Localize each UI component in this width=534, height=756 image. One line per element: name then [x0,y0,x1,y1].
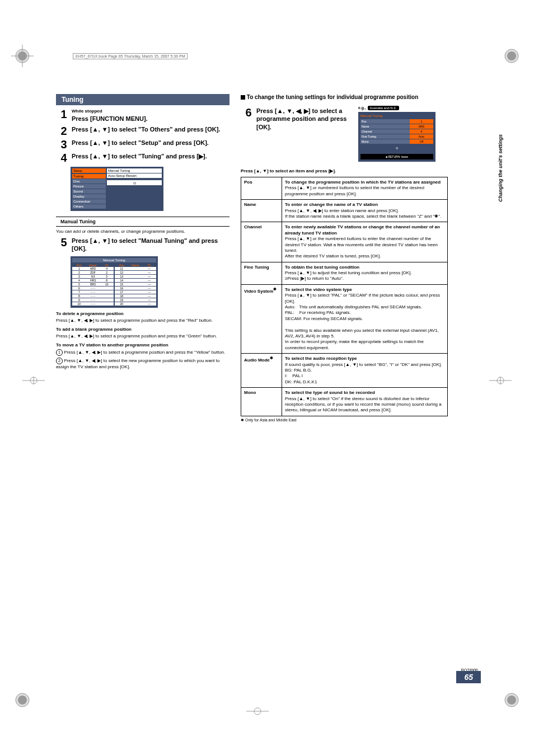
step-5: 5Press [▲, ▼] to select "Manual Tuning" … [56,237,229,253]
side-mark-left [22,375,45,386]
step-3-text: Press [▲, ▼] to select "Setup" and press… [72,139,229,147]
step-2-text: Press [▲, ▼] to select "To Others" and p… [72,125,229,133]
prog-box-title: Manual Tuning [360,114,433,118]
step-4: 4Press [▲, ▼] to select "Tuning" and pre… [56,152,229,163]
ok-icon: ◎ [107,180,162,185]
crop-mark-bl [11,689,34,711]
crop-mark-tl [11,45,34,67]
instr-del-body: Press [▲, ▼, ◀, ▶] to select a programme… [56,318,229,323]
manual-tuning-para: You can add or delete channels, or chang… [56,229,229,234]
step-1-small: While stopped [72,109,229,114]
side-mark-right [489,375,512,386]
mt-title: Manual Tuning [72,258,156,262]
crop-mark-tr [500,45,523,67]
region-badge: Australia and N.Z. [368,106,399,110]
crop-mark-br [500,689,523,711]
step-3: 3Press [▲, ▼] to select "Setup" and pres… [56,139,229,150]
step-6-text: Press [▲, ▼, ◀, ▶] to select a programme… [256,107,353,131]
instr-mov-2: 2 Press [▲, ▼, ◀, ▶] to select the new p… [56,358,229,370]
setup-menu: SetupTuningDiscPictureSoundDisplayConnec… [71,167,163,211]
step-1: 1While stoppedPress [FUNCTION MENU]. [56,109,229,123]
svg-point-9 [507,696,516,705]
right-top-title: To change the tuning settings for indivi… [241,94,448,100]
step-2: 2Press [▲, ▼] to select "To Others" and … [56,125,229,137]
eg-label: e.g., Australia and N.Z. [358,105,435,110]
step-1-text: Press [FUNCTION MENU]. [72,115,148,122]
select-icon: ◎ [360,146,433,149]
instr-add-body: Press [▲, ▼, ◀, ▶] to select a programme… [56,334,229,339]
step-6: 6Press [▲, ▼, ◀, ▶] to select a programm… [241,107,353,131]
svg-point-7 [18,696,27,705]
bottom-mark [246,706,269,717]
instr-del-title: To delete a programme position [56,311,229,316]
instr-mov-1: 1 Press [▲, ▼, ◀, ▶] to select a program… [56,349,229,356]
foot-note: ✱ Only for Asia and Middle East [241,418,448,422]
instr-mov-title: To move a TV station to another programm… [56,342,229,348]
step-5-text: Press [▲, ▼] to select "Manual Tuning" a… [72,237,229,253]
manual-tuning-table: Manual Tuning PosNameCh1ARD42ZDF23N354HR… [71,256,158,308]
instr-add-title: To add a blank programme position [56,327,229,332]
svg-point-5 [507,51,516,60]
programme-box: Manual Tuning Pos1NameARDChannel4Fine Tu… [358,112,435,162]
prog-foot: ■ RETURN: leave [360,154,433,159]
page-number: 65 [456,671,481,683]
manual-tuning-title: Manual Tuning [56,217,229,227]
sub-para: Press [▲, ▼] to select an item and press… [241,168,448,173]
step-4-text: Press [▲, ▼] to select "Tuning" and pres… [72,152,229,160]
bullet-icon [241,95,245,100]
side-text: Changing the unit's settings [498,134,503,202]
section-title: Tuning [56,94,229,105]
settings-table: PosTo change the programme position in w… [241,177,448,416]
